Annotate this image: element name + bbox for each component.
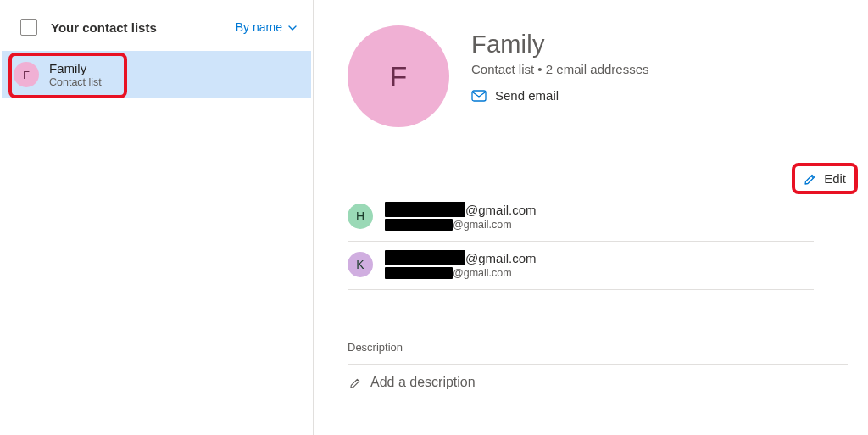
edit-button[interactable]: Edit xyxy=(800,170,849,187)
member-text: @gmail.com @gmail.com xyxy=(385,250,537,279)
sort-by-button[interactable]: By name xyxy=(236,20,296,34)
list-item-text: Family Contact list xyxy=(49,61,102,88)
sidebar-title: Your contact lists xyxy=(51,20,157,35)
list-item-title: Family xyxy=(49,61,102,75)
description-section: Description Add a description xyxy=(348,341,853,400)
edit-label: Edit xyxy=(824,171,846,186)
sidebar: Your contact lists By name F Family Cont… xyxy=(0,0,314,435)
member-email-line: @gmail.com xyxy=(385,219,537,231)
description-placeholder: Add a description xyxy=(370,375,476,390)
redacted-name xyxy=(385,202,465,217)
member-row[interactable]: H @gmail.com @gmail.com xyxy=(348,193,814,242)
detail-avatar-initial: F xyxy=(390,60,408,93)
member-email-sub: @gmail.com xyxy=(453,267,512,279)
annotation-highlight-box-edit: Edit xyxy=(792,163,858,194)
detail-header-text: Family Contact list • 2 email addresses … xyxy=(471,25,649,103)
member-name-line: @gmail.com xyxy=(385,202,537,217)
redacted-email xyxy=(385,219,453,231)
redacted-email xyxy=(385,267,453,279)
select-all-checkbox[interactable] xyxy=(20,19,37,36)
contact-list-item[interactable]: F Family Contact list xyxy=(2,51,311,98)
description-label: Description xyxy=(348,341,853,354)
detail-avatar: F xyxy=(348,25,449,127)
member-list: H @gmail.com @gmail.com K xyxy=(348,193,853,290)
pencil-icon xyxy=(804,172,817,186)
member-text: @gmail.com @gmail.com xyxy=(385,202,537,231)
member-initial: H xyxy=(356,209,364,223)
list-item-initial: F xyxy=(23,69,30,81)
sidebar-header: Your contact lists By name xyxy=(0,19,313,51)
app-root: Your contact lists By name F Family Cont… xyxy=(0,0,868,435)
pencil-icon xyxy=(349,376,362,389)
member-avatar: K xyxy=(348,252,373,277)
member-email-domain: @gmail.com xyxy=(465,251,537,265)
member-email-line: @gmail.com xyxy=(385,267,537,279)
list-item-avatar: F xyxy=(14,62,39,87)
member-avatar: H xyxy=(348,204,373,229)
detail-name: Family xyxy=(471,31,649,59)
mail-icon xyxy=(471,90,487,102)
send-email-button[interactable]: Send email xyxy=(471,88,649,103)
chevron-down-icon xyxy=(287,23,296,31)
member-email-domain: @gmail.com xyxy=(465,203,537,217)
redacted-name xyxy=(385,250,465,265)
member-name-line: @gmail.com xyxy=(385,250,537,265)
member-row[interactable]: K @gmail.com @gmail.com xyxy=(348,242,814,290)
member-email-sub: @gmail.com xyxy=(453,219,512,231)
send-email-label: Send email xyxy=(495,88,559,103)
sort-by-label: By name xyxy=(236,20,282,34)
detail-subtitle: Contact list • 2 email addresses xyxy=(471,62,649,76)
svg-rect-0 xyxy=(472,91,486,101)
detail-header: F Family Contact list • 2 email addresse… xyxy=(348,25,853,127)
member-initial: K xyxy=(356,258,364,271)
detail-pane: F Family Contact list • 2 email addresse… xyxy=(314,0,868,435)
description-input[interactable]: Add a description xyxy=(348,364,848,400)
list-item-subtitle: Contact list xyxy=(49,76,102,88)
